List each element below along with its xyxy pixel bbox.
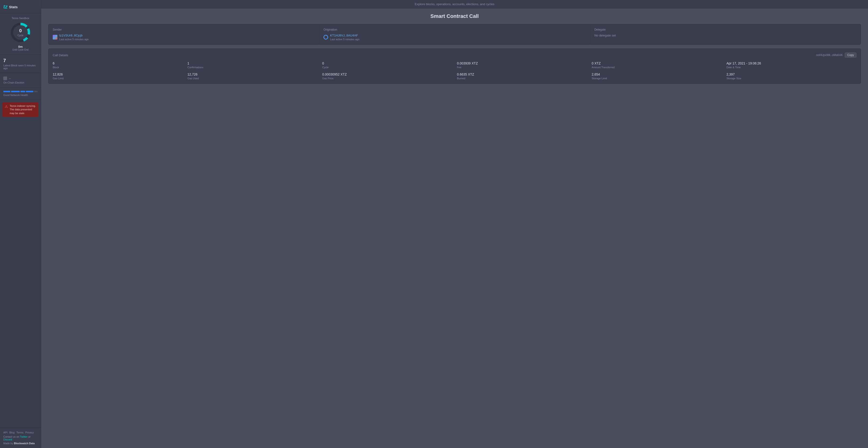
- warning-text: Tezos indexer syncing. The data presente…: [10, 104, 36, 115]
- footer-contact: Contact us on Twitter or Discord: [3, 435, 38, 441]
- detail-amount: 0 XTZ Amount Transferred: [592, 61, 722, 69]
- detail-block: 6 Block: [53, 61, 183, 69]
- detail-gas-price-value: 0.00030952 XTZ: [322, 72, 452, 76]
- block-section: 7 Latest Block seen 5 minutes ago: [0, 55, 41, 73]
- election-section: – On-Chain Election: [0, 73, 41, 88]
- page-content: Smart Contract Call Sender tz1VSUr8..8Cj…: [41, 8, 868, 88]
- network-bar-5: [34, 91, 38, 92]
- detail-burned-value: 0.6635 XTZ: [457, 72, 587, 76]
- footer-link-blog[interactable]: Blog: [9, 431, 14, 434]
- detail-confirmations-value: 1: [187, 61, 317, 65]
- network-bar-2: [11, 91, 20, 92]
- detail-gas-limit-value: 12,826: [53, 72, 183, 76]
- detail-gas-price-label: Gas Price: [322, 77, 452, 80]
- cycle-time: 0m: [18, 45, 23, 49]
- logo-text: Stats: [9, 5, 18, 9]
- detail-block-label: Block: [53, 66, 183, 69]
- footer-link-terms[interactable]: Terms: [17, 431, 24, 434]
- detail-gas-used: 12,726 Gas Used: [187, 72, 317, 80]
- sender-address[interactable]: tz1VSUr8..8Cjcjb: [59, 34, 89, 37]
- network-bar-4: [26, 91, 33, 92]
- origination-label: Origination: [323, 28, 586, 31]
- detail-storage-limit: 2,654 Storage Limit: [592, 72, 722, 80]
- detail-gas-used-label: Gas Used: [187, 77, 317, 80]
- election-value: –: [9, 77, 10, 80]
- sidebar-footer: API Blog Terms Privacy Contact us on Twi…: [0, 427, 41, 448]
- main-content: Explore blocks, operations, accounts, el…: [41, 0, 868, 448]
- footer-discord-link[interactable]: Discord: [3, 438, 12, 441]
- detail-burned: 0.6635 XTZ Burned: [457, 72, 587, 80]
- footer-link-privacy[interactable]: Privacy: [25, 431, 34, 434]
- detail-gas-limit: 12,826 Gas Limit: [53, 72, 183, 80]
- detail-storage-limit-label: Storage Limit: [592, 77, 722, 80]
- delegate-card: Delegate No delegate set: [590, 24, 861, 44]
- detail-datetime-label: Date & Time: [726, 66, 857, 69]
- delegate-value: No delegate set: [594, 34, 857, 37]
- detail-confirmations-label: Confirmations: [187, 66, 317, 69]
- logo-icon: tz: [3, 4, 7, 10]
- footer-links: API Blog Terms Privacy: [3, 431, 38, 434]
- detail-storage-size-label: Storage Size: [726, 77, 857, 80]
- hash-copy-row: ooHUpxWk..oMa6AK Copy: [816, 53, 857, 58]
- network-bar-3: [21, 91, 25, 92]
- page-title: Smart Contract Call: [48, 13, 861, 19]
- sender-content: tz1VSUr8..8Cjcjb Last active 5 minutes a…: [53, 34, 315, 41]
- warning-icon: ⚠: [5, 104, 8, 109]
- detail-burned-label: Burned: [457, 77, 587, 80]
- detail-cycle-value: 0: [322, 61, 452, 65]
- delegate-label: Delegate: [594, 28, 857, 31]
- detail-confirmations: 1 Confirmations: [187, 61, 317, 69]
- detail-amount-value: 0 XTZ: [592, 61, 722, 65]
- detail-gas-price: 0.00030952 XTZ Gas Price: [322, 72, 452, 80]
- call-details-card: Call Details ooHUpxWk..oMa6AK Copy 6 Blo…: [48, 49, 861, 84]
- cycle-number: 0: [18, 28, 23, 33]
- cycle-label: Cycle: [18, 34, 23, 37]
- sender-active: Last active 5 minutes ago: [59, 38, 89, 41]
- network-section: Tezos Sandbox 0 Cycle: [0, 13, 41, 55]
- origination-icon: [323, 35, 328, 39]
- footer-link-api[interactable]: API: [3, 431, 7, 434]
- footer-made: Made by Blockwatch Data: [3, 442, 38, 445]
- detail-cycle-label: Cycle: [322, 66, 452, 69]
- details-grid: 6 Block 1 Confirmations 0 Cycle 0.003939…: [53, 61, 857, 80]
- detail-block-value: 6: [53, 61, 183, 65]
- call-details-header: Call Details ooHUpxWk..oMa6AK Copy: [53, 53, 857, 58]
- detail-fee-value: 0.003939 XTZ: [457, 61, 587, 65]
- top-bar-text: Explore blocks, operations, accounts, el…: [415, 2, 494, 6]
- sender-label: Sender: [53, 28, 315, 31]
- detail-storage-limit-value: 2,654: [592, 72, 722, 76]
- warning-banner: ⚠ Tezos indexer syncing. The data presen…: [2, 102, 38, 117]
- block-label: Latest Block seen 5 minutes ago: [3, 64, 38, 70]
- origination-active: Last active 5 minutes ago: [330, 38, 360, 41]
- cycle-donut: 0 Cycle: [10, 22, 31, 43]
- cycle-until: Until Cycle End: [12, 49, 28, 51]
- detail-datetime: Apr 17, 2021 - 19:06:26 Date & Time: [726, 61, 857, 69]
- origination-address[interactable]: KT1HJ8VJ..8AU4AF: [330, 34, 360, 37]
- network-health-section: Good Network Health: [0, 88, 41, 100]
- detail-gas-limit-label: Gas Limit: [53, 77, 183, 80]
- sidebar: tz Stats Tezos Sandbox 0: [0, 0, 41, 448]
- cards-row: Sender tz1VSUr8..8Cjcjb Last active 5 mi…: [48, 24, 861, 45]
- top-bar: Explore blocks, operations, accounts, el…: [41, 0, 868, 8]
- network-health-label: Good Network Health: [3, 94, 38, 96]
- logo-area[interactable]: tz Stats: [0, 0, 41, 13]
- detail-storage-size: 2,397 Storage Size: [726, 72, 857, 80]
- detail-amount-label: Amount Transferred: [592, 66, 722, 69]
- election-row: –: [3, 77, 38, 80]
- hash-text: ooHUpxWk..oMa6AK: [816, 53, 843, 57]
- block-number: 7: [3, 58, 38, 63]
- origination-content: KT1HJ8VJ..8AU4AF Last active 5 minutes a…: [323, 34, 586, 41]
- copy-button[interactable]: Copy: [845, 53, 857, 58]
- cycle-container: 0 Cycle 0m Until Cycle End: [3, 22, 38, 51]
- election-label: On-Chain Election: [3, 81, 38, 84]
- detail-cycle: 0 Cycle: [322, 61, 452, 69]
- election-icon: [3, 77, 7, 80]
- sender-card: Sender tz1VSUr8..8Cjcjb Last active 5 mi…: [49, 24, 319, 44]
- network-name: Tezos Sandbox: [3, 17, 38, 20]
- detail-fee: 0.003939 XTZ Fee: [457, 61, 587, 69]
- origination-card: Origination KT1HJ8VJ..8AU4AF Last active…: [319, 24, 590, 44]
- footer-twitter-link[interactable]: Twitter: [20, 435, 28, 438]
- network-bar-1: [3, 91, 10, 92]
- sender-icon: [53, 35, 57, 39]
- call-details-label: Call Details: [53, 53, 68, 57]
